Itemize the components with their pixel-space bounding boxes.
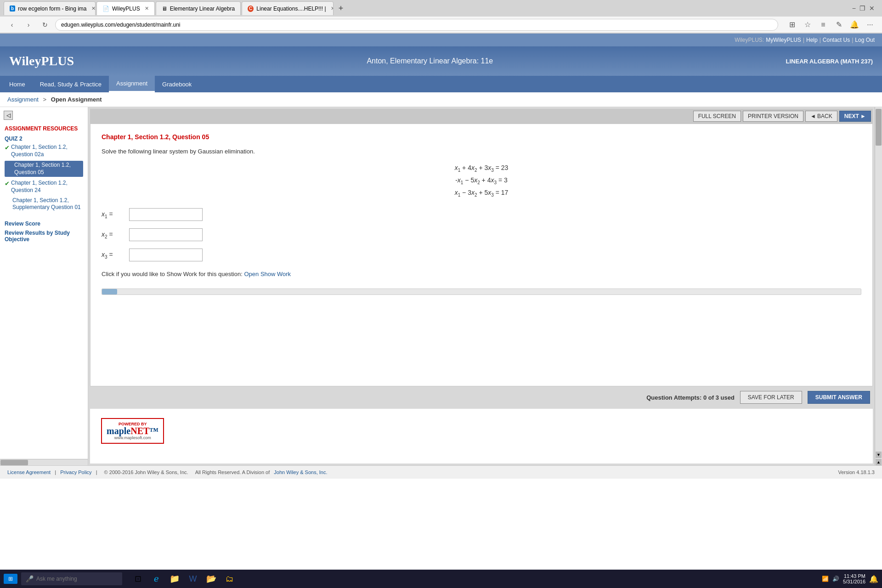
word-icon[interactable]: W [185, 571, 201, 587]
time-display: 11:43 PM 5/31/2016 [843, 573, 865, 584]
x1-label: x1 = [102, 210, 129, 219]
tab-ela[interactable]: 🖥 Elementary Linear Algebra [156, 1, 241, 15]
sidebar-link-q24[interactable]: Chapter 1, Section 1.2, Question 24 [11, 180, 83, 194]
tab1-label: row ecgelon form - Bing ima [18, 6, 86, 12]
tab2-close[interactable]: ✕ [145, 6, 149, 11]
wiley-top-bar: WileyPLUS: MyWileyPLUS | Help | Contact … [0, 34, 882, 46]
scroll-up-arrow[interactable]: ▲ [876, 459, 882, 465]
show-work-text: Click if you would like to Show Work for… [102, 271, 243, 277]
printer-version-button[interactable]: PRINTER VERSION [743, 111, 803, 122]
tab-bing[interactable]: b row ecgelon form - Bing ima ✕ [4, 1, 96, 15]
volume-icon: 🔊 [832, 576, 839, 582]
sidebar-link-q05[interactable]: Chapter 1, Section 1.2, Question 05 [14, 162, 81, 176]
wiley-header: WileyPLUS Anton, Elementary Linear Algeb… [0, 46, 882, 76]
sidebar-item-q24[interactable]: ✔ Chapter 1, Section 1.2, Question 24 [5, 180, 83, 194]
more-icon[interactable]: ··· [864, 18, 876, 31]
main-content: ◁ ASSIGNMENT RESOURCES QUIZ 2 ✔ Chapter … [0, 107, 882, 465]
edge-icon[interactable]: ℯ [148, 571, 164, 587]
right-scrollbar[interactable]: ▼ ▲ [875, 107, 882, 465]
header-title: Anton, Elementary Linear Algebra: 11e [74, 57, 786, 65]
question-box: Chapter 1, Section 1.2, Question 05 Solv… [90, 124, 873, 386]
tab4-close[interactable]: ✕ [331, 6, 334, 11]
license-link[interactable]: License Agreement [7, 469, 51, 475]
nav-read-study[interactable]: Read, Study & Practice [33, 76, 109, 92]
notification-icon[interactable]: 🔔 [848, 18, 861, 31]
review-results-link[interactable]: Review Results by Study Objective [5, 230, 83, 243]
breadcrumb-parent[interactable]: Assignment [7, 96, 39, 103]
close-btn[interactable]: ✕ [869, 5, 875, 12]
notification-area[interactable]: 🔔 [869, 575, 878, 583]
new-tab-button[interactable]: + [334, 2, 347, 15]
maximize-btn[interactable]: ❐ [859, 5, 865, 12]
sidebar-item-q02a[interactable]: ✔ Chapter 1, Section 1.2, Question 02a [5, 144, 83, 158]
back-nav-button[interactable]: ‹ [6, 18, 18, 31]
sidebar-bottom: Review Score Review Results by Study Obj… [5, 220, 83, 243]
back-button[interactable]: ◄ BACK [805, 111, 837, 122]
tab1-close[interactable]: ✕ [91, 6, 96, 11]
full-screen-button[interactable]: FULL SCREEN [693, 111, 741, 122]
tab3-label: Elementary Linear Algebra [170, 6, 235, 12]
sidebar-scrollbar[interactable] [0, 459, 88, 465]
log-out-link[interactable]: Log Out [855, 37, 875, 43]
taskbar-right: 📶 🔊 11:43 PM 5/31/2016 🔔 [822, 573, 878, 584]
john-wiley-link[interactable]: John Wiley & Sons, Inc. [274, 469, 327, 475]
x2-input[interactable] [129, 228, 203, 241]
check-icon-q24: ✔ [5, 180, 10, 187]
tab-wileyplus[interactable]: 📄 WileyPLUS ✕ [96, 1, 155, 15]
sidebar-link-supp01[interactable]: Chapter 1, Section 1.2, Supplementary Qu… [12, 197, 83, 211]
right-panel: FULL SCREEN PRINTER VERSION ◄ BACK NEXT … [88, 107, 875, 465]
no-check-icon-supp01 [5, 197, 11, 204]
next-button[interactable]: NEXT ► [839, 111, 871, 122]
taskbar: ⊞ 🎤 ⊡ ℯ 📁 W 📂 🗂 📶 🔊 11:43 PM 5/31/2016 🔔 [0, 570, 882, 588]
nav-assignment[interactable]: Assignment [109, 76, 155, 92]
my-wileyplus-link[interactable]: MyWileyPLUS [766, 37, 801, 43]
no-check-icon-q05 [6, 162, 13, 168]
answer-row-x2: x2 = [102, 228, 861, 241]
maplesoft-url: www.maplesoft.com [107, 435, 158, 440]
taskbar-search-input[interactable] [36, 576, 110, 582]
nav-bar: Home Read, Study & Practice Assignment G… [0, 76, 882, 92]
edit-icon[interactable]: ✎ [832, 18, 845, 31]
contact-us-link[interactable]: Contact Us [823, 37, 850, 43]
menu-icon[interactable]: ≡ [817, 18, 830, 31]
forward-nav-button[interactable]: › [22, 18, 35, 31]
sidebar-link-q02a[interactable]: Chapter 1, Section 1.2, Question 02a [11, 144, 83, 158]
x1-input[interactable] [129, 208, 203, 221]
refresh-button[interactable]: ↻ [39, 18, 51, 31]
sidebar-collapse-btn[interactable]: ◁ [4, 111, 13, 120]
breadcrumb-current: Open Assignment [51, 96, 102, 103]
start-button[interactable]: ⊞ [4, 574, 17, 584]
save-for-later-button[interactable]: SAVE FOR LATER [740, 391, 802, 404]
sidebar-item-q05[interactable]: Chapter 1, Section 1.2, Question 05 [5, 161, 83, 177]
minimize-btn[interactable]: − [852, 5, 856, 12]
files-icon[interactable]: 📂 [203, 571, 220, 587]
quiz-label[interactable]: QUIZ 2 [5, 136, 83, 142]
progress-fill [102, 289, 117, 294]
start-icon: ⊞ [8, 576, 13, 582]
x3-input[interactable] [129, 249, 203, 261]
tab-linear[interactable]: C Linear Equations....HELP!!! | ✕ [242, 1, 334, 15]
equation-3: x1 − 3x2 + 5x3 = 17 [367, 189, 596, 198]
folder-icon[interactable]: 🗂 [221, 571, 238, 587]
taskbar-system-icons: 📶 🔊 [822, 576, 839, 582]
scroll-down-arrow[interactable]: ▼ [876, 452, 882, 458]
check-icon-q02a: ✔ [5, 144, 10, 151]
explorer-icon[interactable]: 📁 [166, 571, 183, 587]
x2-label: x2 = [102, 231, 129, 239]
x3-label: x3 = [102, 251, 129, 260]
submit-answer-button[interactable]: SUBMIT ANSWER [808, 391, 870, 404]
show-work-link[interactable]: Open Show Work [244, 271, 291, 277]
equation-1: x1 + 4x2 + 3x3 = 23 [367, 164, 596, 173]
nav-home[interactable]: Home [2, 76, 33, 92]
sidebar-item-supp01[interactable]: Chapter 1, Section 1.2, Supplementary Qu… [5, 197, 83, 211]
review-score-link[interactable]: Review Score [5, 220, 83, 227]
bookmark-icon[interactable]: ☆ [801, 18, 814, 31]
nav-gradebook[interactable]: Gradebook [155, 76, 199, 92]
privacy-link[interactable]: Privacy Policy [60, 469, 91, 475]
reader-mode-icon[interactable]: ⊞ [786, 18, 798, 31]
help-link[interactable]: Help [806, 37, 818, 43]
address-input[interactable] [55, 19, 778, 31]
footer-links: License Agreement | Privacy Policy | © 2… [7, 469, 328, 475]
taskbar-search[interactable]: 🎤 [21, 572, 122, 585]
task-view-icon[interactable]: ⊡ [130, 571, 146, 587]
